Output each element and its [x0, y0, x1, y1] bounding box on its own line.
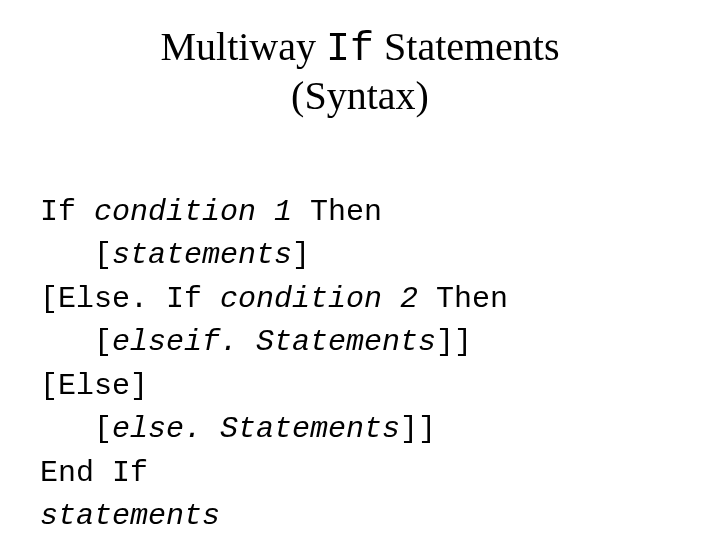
cond1: condition 1 [94, 195, 292, 229]
stmts-3: else. Statements [112, 412, 400, 446]
br-close-1: ] [292, 238, 310, 272]
title-code: If [326, 27, 374, 72]
line-5: [Else] [40, 369, 148, 403]
line-8: statements [40, 499, 220, 533]
title-post: Statements [374, 24, 560, 69]
line-7: End If [40, 456, 148, 490]
br-close-3: ]] [400, 412, 436, 446]
slide-title: Multiway If Statements (Syntax) [40, 24, 680, 119]
kw-then-1: Then [292, 195, 382, 229]
stmts-2: elseif. Statements [112, 325, 436, 359]
kw-endif: End If [40, 456, 148, 490]
br-open-2: [ [94, 325, 112, 359]
cond2: condition 2 [220, 282, 418, 316]
kw-elseif: [Else. If [40, 282, 220, 316]
kw-if: If [40, 195, 94, 229]
kw-then-2: Then [418, 282, 508, 316]
stmts-after: statements [40, 499, 220, 533]
line-3: [Else. If condition 2 Then [40, 282, 508, 316]
slide: Multiway If Statements (Syntax) If condi… [0, 0, 720, 540]
line-2: [statements] [40, 238, 310, 272]
br-open-3: [ [94, 412, 112, 446]
line-4: [elseif. Statements]] [40, 325, 472, 359]
title-pre: Multiway [160, 24, 326, 69]
title-line2: (Syntax) [291, 73, 429, 118]
line-1: If condition 1 Then [40, 195, 382, 229]
br-open-1: [ [94, 238, 112, 272]
kw-else: [Else] [40, 369, 148, 403]
stmts-1: statements [112, 238, 292, 272]
line-6: [else. Statements]] [40, 412, 436, 446]
syntax-block: If condition 1 Then [statements] [Else. … [40, 147, 680, 540]
br-close-2: ]] [436, 325, 472, 359]
